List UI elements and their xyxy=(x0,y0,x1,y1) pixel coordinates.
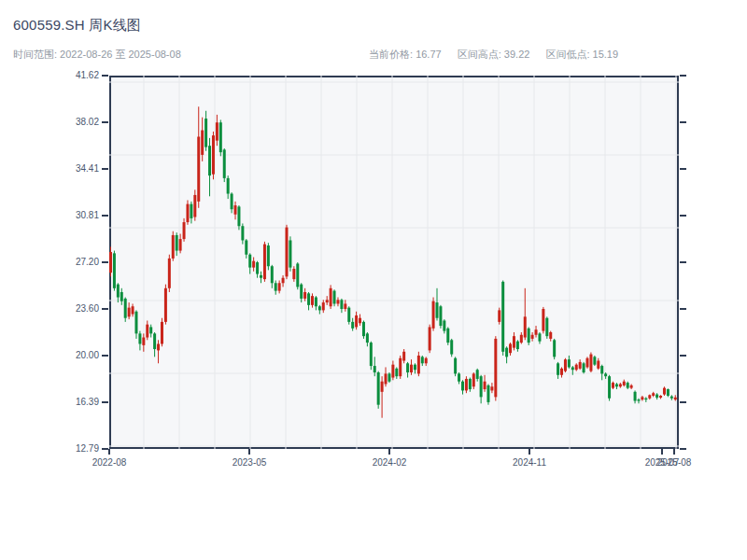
candle-body xyxy=(472,373,475,386)
candle-body xyxy=(377,372,380,405)
candle-body xyxy=(498,310,500,321)
x-tick-mark xyxy=(388,449,390,455)
candle-body xyxy=(326,300,329,302)
candle-body xyxy=(124,299,127,318)
candle-body xyxy=(370,343,373,366)
x-tick-mark xyxy=(661,449,663,455)
candle-body xyxy=(608,376,611,399)
candle-body xyxy=(484,382,486,389)
candle-body xyxy=(436,302,439,318)
candle-body xyxy=(630,385,633,388)
candle-body xyxy=(347,308,350,322)
candle-body xyxy=(120,292,123,301)
y-tick-mark-right xyxy=(680,448,686,450)
candle-body xyxy=(330,288,332,306)
candle-body xyxy=(674,398,677,399)
y-tick-mark xyxy=(102,75,108,77)
candle-body xyxy=(275,283,277,290)
candle-body xyxy=(648,395,651,398)
y-tick-mark xyxy=(102,448,108,450)
candle-body xyxy=(461,382,464,391)
x-tick-mark xyxy=(108,449,110,455)
y-tick-label: 34.41 xyxy=(43,163,99,174)
candle-body xyxy=(501,282,504,352)
candle-body xyxy=(109,252,112,273)
candle-body xyxy=(425,358,428,364)
candle-body xyxy=(560,369,563,375)
candle-body xyxy=(359,318,361,324)
y-tick-label: 27.20 xyxy=(43,257,99,267)
y-tick-mark xyxy=(102,401,108,403)
candle-body xyxy=(542,309,544,331)
candle-body xyxy=(201,131,204,155)
current-price-stat: 当前价格: 16.77 xyxy=(369,49,442,60)
candle-body xyxy=(374,366,376,372)
candle-body xyxy=(289,240,291,267)
candle-body xyxy=(176,235,178,251)
candle-body xyxy=(520,335,523,343)
candle-body xyxy=(516,342,519,349)
candle-body xyxy=(600,366,603,373)
candle-body xyxy=(208,146,211,175)
candle-body xyxy=(583,363,585,372)
candle-body xyxy=(231,194,233,210)
candle-body xyxy=(168,259,171,288)
candle-body xyxy=(443,321,445,331)
candle-body xyxy=(469,379,472,389)
x-tick-label: 2025-08 xyxy=(646,457,702,468)
candle-body xyxy=(113,253,116,287)
y-tick-label: 41.62 xyxy=(43,70,99,80)
y-tick-mark-right xyxy=(680,355,686,357)
candle-body xyxy=(146,325,148,338)
range-low-stat: 区间低点: 15.19 xyxy=(545,49,618,60)
candle-body xyxy=(652,393,655,396)
candle-body xyxy=(612,383,614,388)
candle-body xyxy=(399,358,402,376)
candle-body xyxy=(553,340,556,357)
kline-chart-page: 600559.SH 周K线图 时间范围: 2022-08-26 至 2025-0… xyxy=(0,0,747,560)
candle-body xyxy=(494,339,497,397)
candle-body xyxy=(351,322,354,329)
candle-body xyxy=(535,329,538,335)
candle-body xyxy=(212,135,215,175)
candle-body xyxy=(604,373,607,376)
candle-body xyxy=(593,357,596,364)
candle-body xyxy=(278,283,281,290)
candle-body xyxy=(300,285,303,299)
x-tick-label: 2022-08 xyxy=(81,457,137,468)
candle-body xyxy=(402,352,405,361)
candle-body xyxy=(227,178,230,194)
candle-body xyxy=(524,316,527,337)
candle-body xyxy=(237,206,240,226)
candle-body xyxy=(318,306,321,310)
candle-body xyxy=(450,340,453,354)
candle-body xyxy=(465,379,468,390)
y-tick-mark xyxy=(102,355,108,357)
candle-body xyxy=(340,300,343,309)
candle-body xyxy=(641,397,643,399)
x-tick-label: 2023-05 xyxy=(221,457,277,468)
candle-body xyxy=(670,397,673,399)
plot-area xyxy=(109,76,679,449)
candle-body xyxy=(589,355,592,371)
candle-body xyxy=(480,376,483,397)
candle-body xyxy=(637,399,640,400)
candle-body xyxy=(197,136,200,201)
candle-body xyxy=(564,359,567,371)
candle-body xyxy=(186,204,189,222)
chart-title: 600559.SH 周K线图 xyxy=(13,17,141,35)
y-tick-label: 16.39 xyxy=(43,397,99,407)
candle-body xyxy=(149,327,152,333)
y-tick-mark xyxy=(102,308,108,310)
candle-body xyxy=(545,318,548,336)
candle-body xyxy=(538,333,541,341)
candle-body xyxy=(271,266,274,283)
candle-body xyxy=(615,384,618,386)
candle-body xyxy=(296,263,299,287)
candle-body xyxy=(597,361,599,369)
candle-body xyxy=(252,261,255,268)
candle-body xyxy=(414,365,416,371)
candle-body xyxy=(385,373,388,384)
candle-body xyxy=(263,245,266,279)
candle-body xyxy=(193,195,196,217)
